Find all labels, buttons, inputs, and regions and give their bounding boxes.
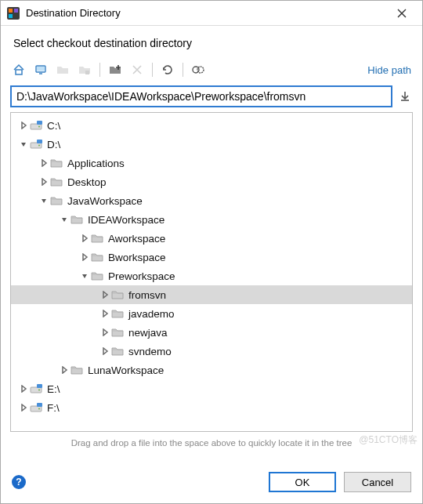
chevron-right-icon[interactable] [99,345,111,357]
svg-rect-2 [14,9,18,13]
tree-node[interactable]: javademo [11,304,412,323]
svg-rect-4 [16,70,22,74]
tree-node[interactable]: LunaWorkspace [11,361,412,379]
tree-node-label: D:\ [47,139,60,150]
tree-node-label: JavaWorkspace [67,195,143,207]
folder-icon [111,326,124,339]
tree-node[interactable]: fromsvn [11,285,412,304]
tree-node[interactable]: E:\ [11,379,412,398]
chevron-right-icon[interactable] [17,401,30,414]
chevron-right-icon[interactable] [38,176,50,188]
folder-icon [50,157,63,169]
tree-node[interactable]: Bworkspace [11,248,412,267]
tree-node-label: svndemo [128,346,172,357]
path-row [1,82,422,112]
folder-icon [111,307,124,320]
svg-rect-3 [9,14,13,18]
tree-node-label: IDEAWorkspace [88,214,164,226]
chevron-down-icon[interactable] [17,138,30,150]
tree-node[interactable]: Aworkspace [11,229,412,248]
folder-icon [91,251,103,263]
project-button [52,60,73,79]
chevron-right-icon[interactable] [99,288,111,301]
svg-point-17 [38,390,40,391]
chevron-right-icon[interactable] [17,383,30,395]
help-button[interactable]: ? [12,475,26,489]
svg-point-14 [38,145,40,147]
tree-node-label: Aworkspace [108,233,165,245]
svg-rect-15 [37,140,42,143]
chevron-right-icon[interactable] [38,157,50,169]
delete-icon [132,65,142,74]
tree-node-label: C:\ [47,120,60,132]
svg-point-9 [197,67,204,73]
tree-node-label: Applications [67,158,125,169]
chevron-right-icon[interactable] [58,364,70,376]
desktop-icon [34,63,47,76]
download-icon [400,91,410,102]
chevron-down-icon[interactable] [38,194,50,207]
drive-icon [30,383,42,395]
tree-node[interactable]: Applications [11,154,412,172]
module-button [74,60,95,79]
help-icon: ? [16,477,21,488]
chevron-right-icon[interactable] [99,307,111,320]
drive-icon [30,138,42,150]
new-folder-button[interactable] [105,60,125,79]
chevron-down-icon[interactable] [78,270,91,282]
tree-node[interactable]: F:\ [11,398,412,417]
chevron-right-icon[interactable] [78,251,91,263]
drive-icon [30,119,42,132]
svg-rect-7 [85,71,89,74]
refresh-icon [161,63,174,76]
chevron-down-icon[interactable] [58,213,70,226]
close-button[interactable] [386,2,418,24]
chevron-right-icon[interactable] [99,326,111,339]
svg-rect-21 [37,403,42,407]
svg-rect-6 [37,67,45,71]
tree-node-label: Preworkspace [108,270,175,282]
folder-icon [91,232,103,245]
titlebar: Destination Directory [1,1,422,26]
path-input[interactable] [10,85,392,107]
tree-node-label: F:\ [47,402,60,414]
module-icon [78,63,91,76]
ok-button[interactable]: OK [269,472,336,492]
separator [183,63,183,77]
desktop-button[interactable] [31,60,51,79]
tree-node-label: LunaWorkspace [88,364,164,376]
dialog-footer: ? OK Cancel [1,466,422,503]
folder-icon [70,364,83,376]
delete-button [127,60,147,79]
svg-rect-1 [9,9,13,13]
chevron-right-icon[interactable] [78,232,91,245]
tree-view[interactable]: C:\D:\ApplicationsDesktopJavaWorkspaceID… [10,112,413,432]
dialog-subtitle: Select checkout destination directory [1,26,422,57]
tree-node[interactable]: IDEAWorkspace [11,210,412,229]
chevron-right-icon[interactable] [17,119,30,132]
app-icon [7,7,20,20]
tree-node[interactable]: C:\ [11,116,412,135]
refresh-button[interactable] [157,60,178,79]
hide-path-link[interactable]: Hide path [367,64,411,76]
history-button[interactable] [397,89,413,104]
cancel-button[interactable]: Cancel [344,472,411,492]
drive-icon [30,401,42,414]
folder-icon [111,288,124,301]
folder-icon [70,213,83,226]
tree-node-label: fromsvn [128,289,166,301]
tree-node[interactable]: Preworkspace [11,267,412,285]
folder-icon [50,176,63,188]
tree-node[interactable]: JavaWorkspace [11,191,412,210]
cancel-label: Cancel [362,477,393,488]
tree-node[interactable]: Desktop [11,172,412,191]
tree-node[interactable]: svndemo [11,342,412,361]
tree-node[interactable]: newjava [11,323,412,342]
tree-node-label: Desktop [67,176,107,188]
home-button[interactable] [9,60,29,79]
tree-node-label: Bworkspace [108,252,166,263]
new-folder-icon [109,63,121,76]
tree-node-label: javademo [128,308,175,320]
show-hidden-button[interactable] [188,60,208,79]
tree-node[interactable]: D:\ [11,135,412,154]
